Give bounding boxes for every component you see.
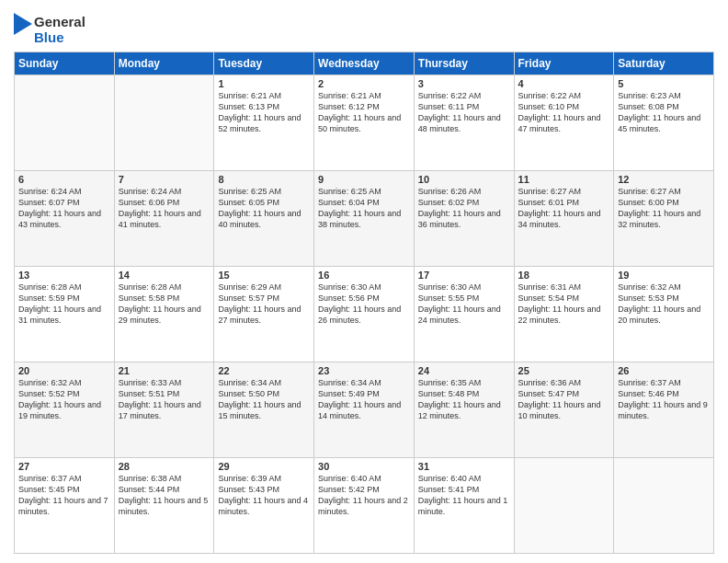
calendar-cell: 16Sunrise: 6:30 AM Sunset: 5:56 PM Dayli… (314, 267, 415, 362)
day-number: 5 (618, 78, 710, 89)
day-number: 30 (318, 461, 410, 472)
day-info: Sunrise: 6:26 AM Sunset: 6:02 PM Dayligh… (418, 186, 510, 231)
day-info: Sunrise: 6:37 AM Sunset: 5:45 PM Dayligh… (18, 473, 110, 518)
day-number: 10 (418, 174, 510, 185)
day-number: 28 (119, 461, 210, 472)
day-number: 18 (518, 270, 610, 281)
day-number: 29 (218, 461, 310, 472)
weekday-header-wednesday: Wednesday (314, 52, 415, 75)
day-info: Sunrise: 6:21 AM Sunset: 6:12 PM Dayligh… (318, 90, 410, 135)
day-number: 16 (318, 270, 410, 281)
calendar-cell: 20Sunrise: 6:32 AM Sunset: 5:52 PM Dayli… (15, 362, 115, 458)
day-number: 7 (119, 174, 210, 185)
calendar-cell: 4Sunrise: 6:22 AM Sunset: 6:10 PM Daylig… (514, 75, 614, 171)
day-info: Sunrise: 6:25 AM Sunset: 6:04 PM Dayligh… (318, 186, 410, 231)
day-info: Sunrise: 6:38 AM Sunset: 5:44 PM Dayligh… (119, 473, 210, 518)
calendar-cell: 7Sunrise: 6:24 AM Sunset: 6:06 PM Daylig… (114, 171, 214, 267)
day-number: 31 (418, 461, 510, 472)
calendar-cell (614, 458, 714, 554)
day-number: 24 (418, 365, 510, 376)
calendar-week-row: 6Sunrise: 6:24 AM Sunset: 6:07 PM Daylig… (15, 171, 714, 267)
calendar-cell: 23Sunrise: 6:34 AM Sunset: 5:49 PM Dayli… (314, 362, 415, 458)
day-number: 22 (218, 365, 310, 376)
logo-general-text: General (34, 14, 85, 29)
calendar-cell: 31Sunrise: 6:40 AM Sunset: 5:41 PM Dayli… (414, 458, 514, 554)
calendar-cell: 24Sunrise: 6:35 AM Sunset: 5:48 PM Dayli… (414, 362, 514, 458)
day-info: Sunrise: 6:25 AM Sunset: 6:05 PM Dayligh… (218, 186, 310, 231)
calendar-week-row: 1Sunrise: 6:21 AM Sunset: 6:13 PM Daylig… (15, 75, 714, 171)
calendar-cell: 2Sunrise: 6:21 AM Sunset: 6:12 PM Daylig… (314, 75, 415, 171)
day-number: 12 (618, 174, 710, 185)
day-info: Sunrise: 6:27 AM Sunset: 6:00 PM Dayligh… (618, 186, 710, 231)
day-info: Sunrise: 6:24 AM Sunset: 6:06 PM Dayligh… (119, 186, 210, 231)
calendar-cell: 27Sunrise: 6:37 AM Sunset: 5:45 PM Dayli… (15, 458, 115, 554)
calendar-cell: 21Sunrise: 6:33 AM Sunset: 5:51 PM Dayli… (114, 362, 214, 458)
calendar-week-row: 27Sunrise: 6:37 AM Sunset: 5:45 PM Dayli… (15, 458, 714, 554)
calendar-cell: 3Sunrise: 6:22 AM Sunset: 6:11 PM Daylig… (414, 75, 514, 171)
calendar-cell: 14Sunrise: 6:28 AM Sunset: 5:58 PM Dayli… (114, 267, 214, 362)
day-number: 25 (518, 365, 610, 376)
logo-blue-text: Blue (34, 29, 85, 45)
day-number: 11 (518, 174, 610, 185)
day-info: Sunrise: 6:34 AM Sunset: 5:49 PM Dayligh… (318, 377, 410, 422)
calendar-cell: 25Sunrise: 6:36 AM Sunset: 5:47 PM Dayli… (514, 362, 614, 458)
day-number: 19 (618, 270, 710, 281)
day-info: Sunrise: 6:35 AM Sunset: 5:48 PM Dayligh… (418, 377, 510, 422)
page: GeneralBlue SundayMondayTuesdayWednesday… (0, 0, 728, 563)
calendar-cell: 28Sunrise: 6:38 AM Sunset: 5:44 PM Dayli… (114, 458, 214, 554)
svg-marker-0 (14, 13, 32, 35)
calendar-cell: 5Sunrise: 6:23 AM Sunset: 6:08 PM Daylig… (614, 75, 714, 171)
day-number: 23 (318, 365, 410, 376)
day-number: 4 (518, 78, 610, 89)
day-info: Sunrise: 6:23 AM Sunset: 6:08 PM Dayligh… (618, 90, 710, 135)
day-info: Sunrise: 6:29 AM Sunset: 5:57 PM Dayligh… (218, 282, 310, 327)
day-number: 9 (318, 174, 410, 185)
calendar-cell: 29Sunrise: 6:39 AM Sunset: 5:43 PM Dayli… (214, 458, 314, 554)
calendar-cell (514, 458, 614, 554)
day-info: Sunrise: 6:21 AM Sunset: 6:13 PM Dayligh… (218, 90, 310, 135)
calendar-cell: 12Sunrise: 6:27 AM Sunset: 6:00 PM Dayli… (614, 171, 714, 267)
header: GeneralBlue (14, 9, 714, 46)
day-number: 2 (318, 78, 410, 89)
weekday-header-tuesday: Tuesday (214, 52, 314, 75)
day-info: Sunrise: 6:28 AM Sunset: 5:58 PM Dayligh… (119, 282, 210, 327)
calendar-cell: 19Sunrise: 6:32 AM Sunset: 5:53 PM Dayli… (614, 267, 714, 362)
calendar-cell: 1Sunrise: 6:21 AM Sunset: 6:13 PM Daylig… (214, 75, 314, 171)
calendar-cell: 22Sunrise: 6:34 AM Sunset: 5:50 PM Dayli… (214, 362, 314, 458)
calendar-cell (114, 75, 214, 171)
calendar-cell: 17Sunrise: 6:30 AM Sunset: 5:55 PM Dayli… (414, 267, 514, 362)
day-info: Sunrise: 6:31 AM Sunset: 5:54 PM Dayligh… (518, 282, 610, 327)
day-number: 15 (218, 270, 310, 281)
day-number: 8 (218, 174, 310, 185)
calendar-cell: 11Sunrise: 6:27 AM Sunset: 6:01 PM Dayli… (514, 171, 614, 267)
day-number: 1 (218, 78, 310, 89)
day-info: Sunrise: 6:34 AM Sunset: 5:50 PM Dayligh… (218, 377, 310, 422)
day-info: Sunrise: 6:32 AM Sunset: 5:52 PM Dayligh… (18, 377, 110, 422)
day-number: 21 (119, 365, 210, 376)
day-info: Sunrise: 6:24 AM Sunset: 6:07 PM Dayligh… (18, 186, 110, 231)
day-info: Sunrise: 6:28 AM Sunset: 5:59 PM Dayligh… (18, 282, 110, 327)
day-info: Sunrise: 6:37 AM Sunset: 5:46 PM Dayligh… (618, 377, 710, 422)
day-number: 17 (418, 270, 510, 281)
day-number: 27 (18, 461, 110, 472)
day-info: Sunrise: 6:32 AM Sunset: 5:53 PM Dayligh… (618, 282, 710, 327)
day-info: Sunrise: 6:36 AM Sunset: 5:47 PM Dayligh… (518, 377, 610, 422)
day-number: 13 (18, 270, 110, 281)
calendar-cell: 6Sunrise: 6:24 AM Sunset: 6:07 PM Daylig… (15, 171, 115, 267)
day-info: Sunrise: 6:22 AM Sunset: 6:11 PM Dayligh… (418, 90, 510, 135)
day-number: 6 (18, 174, 110, 185)
day-info: Sunrise: 6:30 AM Sunset: 5:56 PM Dayligh… (318, 282, 410, 327)
day-number: 14 (119, 270, 210, 281)
day-info: Sunrise: 6:27 AM Sunset: 6:01 PM Dayligh… (518, 186, 610, 231)
day-info: Sunrise: 6:40 AM Sunset: 5:42 PM Dayligh… (318, 473, 410, 518)
calendar-week-row: 13Sunrise: 6:28 AM Sunset: 5:59 PM Dayli… (15, 267, 714, 362)
calendar-cell: 15Sunrise: 6:29 AM Sunset: 5:57 PM Dayli… (214, 267, 314, 362)
day-info: Sunrise: 6:22 AM Sunset: 6:10 PM Dayligh… (518, 90, 610, 135)
weekday-header-thursday: Thursday (414, 52, 514, 75)
logo: GeneralBlue (14, 13, 85, 46)
weekday-header-monday: Monday (114, 52, 214, 75)
calendar-body: 1Sunrise: 6:21 AM Sunset: 6:13 PM Daylig… (15, 75, 714, 554)
day-info: Sunrise: 6:33 AM Sunset: 5:51 PM Dayligh… (119, 377, 210, 422)
calendar-cell: 10Sunrise: 6:26 AM Sunset: 6:02 PM Dayli… (414, 171, 514, 267)
calendar-header-row: SundayMondayTuesdayWednesdayThursdayFrid… (15, 52, 714, 75)
